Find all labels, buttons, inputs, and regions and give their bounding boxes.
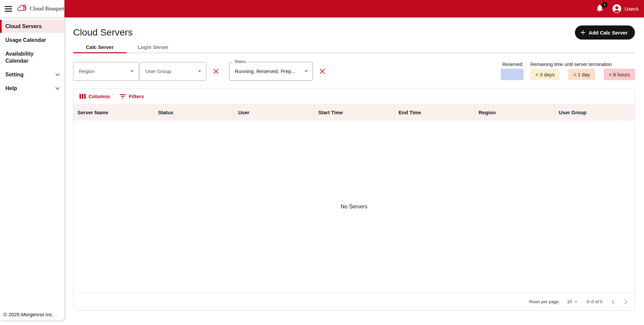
copyright-text: © 2025 Morgenrot Inc. bbox=[3, 312, 53, 317]
pagination-nav bbox=[610, 298, 629, 306]
main-content: Cloud Servers Add Calc Server Calc Serve… bbox=[73, 17, 635, 311]
legend-reserved-label: Reserved bbox=[502, 62, 522, 67]
empty-state: No Servers bbox=[73, 121, 635, 293]
rows-per-page-value: 10 bbox=[567, 299, 572, 304]
chevron-right-icon bbox=[624, 299, 628, 305]
next-page-button[interactable] bbox=[623, 298, 629, 306]
sidebar-item-label: Availability Calendar bbox=[5, 50, 46, 64]
status-select[interactable]: Status Running, Reserved, Prep... bbox=[229, 62, 313, 81]
chip-1-day: < 1 day bbox=[568, 69, 595, 80]
chevron-down-icon bbox=[198, 70, 201, 72]
empty-state-text: No Servers bbox=[340, 204, 367, 210]
tab-calc-server[interactable]: Calc Server bbox=[73, 43, 126, 53]
page-title: Cloud Servers bbox=[73, 27, 132, 38]
brand-logo: Cloud Bouquet bbox=[16, 4, 64, 14]
filter-icon bbox=[119, 94, 126, 99]
column-header-end-time[interactable]: End Time bbox=[394, 104, 474, 121]
filters-button[interactable]: Filters bbox=[116, 91, 147, 101]
region-select-label: Region bbox=[79, 68, 95, 74]
menu-icon[interactable] bbox=[5, 5, 12, 13]
sidebar-nav: Cloud Servers Usage Calendar Availabilit… bbox=[0, 17, 64, 95]
user-group-select-label: User Group bbox=[145, 68, 171, 74]
header-bar: ! UserA bbox=[64, 0, 644, 17]
reserved-color-swatch bbox=[501, 69, 524, 80]
add-calc-server-button[interactable]: Add Calc Server bbox=[575, 25, 635, 40]
header-brand-area: Cloud Bouquet bbox=[0, 0, 64, 17]
filters-button-label: Filters bbox=[129, 93, 144, 99]
status-legend: Reserved Remaining time until server ter… bbox=[501, 62, 635, 80]
sidebar-item-help[interactable]: Help bbox=[0, 82, 64, 95]
chip-6-hours: < 6 hours bbox=[604, 69, 635, 80]
columns-icon bbox=[79, 93, 86, 99]
previous-page-button[interactable] bbox=[610, 298, 616, 306]
filter-row: Region User Group Status Running, Reserv… bbox=[73, 62, 635, 81]
chevron-down-icon bbox=[130, 70, 134, 72]
bell-icon bbox=[595, 8, 604, 14]
sidebar-item-usage-calendar[interactable]: Usage Calendar bbox=[0, 34, 64, 47]
server-type-tabs: Calc Server Login Server bbox=[73, 43, 635, 53]
sidebar: Cloud Servers Usage Calendar Availabilit… bbox=[0, 17, 64, 320]
add-calc-server-label: Add Calc Server bbox=[589, 30, 628, 36]
legend-remaining-label: Remaining time until server termination bbox=[530, 62, 635, 67]
filter-controls: Region User Group Status Running, Reserv… bbox=[73, 62, 327, 81]
table-header-row: Server Name Status User Start Time End T… bbox=[73, 104, 635, 121]
brand-name: Cloud Bouquet bbox=[30, 5, 64, 12]
close-icon bbox=[319, 68, 326, 75]
title-row: Cloud Servers Add Calc Server bbox=[73, 25, 635, 40]
column-header-server-name[interactable]: Server Name bbox=[73, 104, 154, 121]
chip-3-days: < 3 days bbox=[530, 69, 559, 80]
avatar-icon bbox=[612, 4, 622, 13]
column-header-status[interactable]: Status bbox=[154, 104, 234, 121]
table-pagination: Rows per page: 10 0–0 of 0 bbox=[73, 293, 635, 310]
sidebar-item-label: Cloud Servers bbox=[5, 23, 42, 30]
legend-reserved: Reserved bbox=[501, 62, 524, 80]
chevron-down-icon bbox=[305, 70, 308, 72]
sidebar-item-label: Help bbox=[5, 85, 17, 92]
column-header-user[interactable]: User bbox=[234, 104, 314, 121]
chevron-down-icon bbox=[55, 71, 60, 78]
table-toolbar: Columns Filters bbox=[73, 88, 635, 104]
servers-table: Columns Filters Server Name Status User … bbox=[73, 88, 635, 311]
sidebar-item-label: Usage Calendar bbox=[5, 37, 46, 44]
rows-per-page-select[interactable]: 10 bbox=[567, 299, 577, 304]
username-label: UserA bbox=[625, 6, 639, 12]
clear-status-button[interactable] bbox=[318, 67, 327, 76]
notification-badge: ! bbox=[602, 2, 607, 8]
chevron-left-icon bbox=[611, 299, 615, 305]
rows-per-page-label: Rows per page: bbox=[529, 299, 559, 304]
column-header-region[interactable]: Region bbox=[474, 104, 554, 121]
status-select-label: Status bbox=[233, 59, 248, 64]
legend-remaining: Remaining time until server termination … bbox=[530, 62, 635, 80]
status-select-value: Running, Reserved, Prep... bbox=[235, 68, 296, 74]
cloud-bouquet-logo-icon bbox=[16, 4, 28, 14]
legend-chips: < 3 days < 1 day < 6 hours bbox=[530, 69, 635, 80]
sidebar-item-setting[interactable]: Setting bbox=[0, 68, 64, 81]
close-icon bbox=[212, 68, 220, 75]
clear-region-usergroup-button[interactable] bbox=[211, 67, 221, 76]
app-header: Cloud Bouquet ! UserA bbox=[0, 0, 644, 17]
tab-login-server[interactable]: Login Server bbox=[126, 43, 180, 53]
chevron-down-icon bbox=[575, 301, 577, 303]
sidebar-item-label: Setting bbox=[5, 71, 23, 78]
columns-button[interactable]: Columns bbox=[76, 91, 113, 101]
chevron-down-icon bbox=[55, 85, 60, 92]
notifications-button[interactable]: ! bbox=[595, 3, 605, 14]
column-header-start-time[interactable]: Start Time bbox=[314, 104, 394, 121]
columns-button-label: Columns bbox=[89, 93, 110, 99]
sidebar-item-availability-calendar[interactable]: Availability Calendar bbox=[0, 47, 64, 67]
sidebar-item-cloud-servers[interactable]: Cloud Servers bbox=[0, 20, 64, 33]
user-group-select[interactable]: User Group bbox=[140, 62, 206, 81]
region-select[interactable]: Region bbox=[73, 62, 139, 81]
plus-icon bbox=[580, 30, 586, 35]
user-menu[interactable]: UserA bbox=[612, 4, 639, 13]
pagination-range: 0–0 of 0 bbox=[587, 299, 602, 304]
column-header-user-group[interactable]: User Group bbox=[554, 104, 635, 121]
